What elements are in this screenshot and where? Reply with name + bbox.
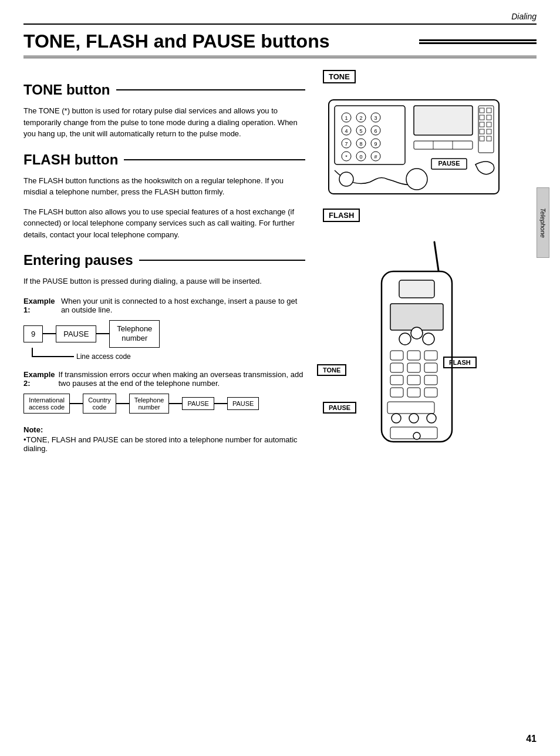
svg-text:9: 9 [374, 141, 377, 147]
example1-text: When your unit is connected to a host ex… [61, 297, 305, 314]
page-container: Dialing TONE, FLASH and PAUSE buttons TO… [0, 0, 560, 756]
pause-handset-box: PAUSE [323, 402, 356, 414]
ex1-bracket-horiz [33, 356, 74, 357]
svg-text:*: * [345, 154, 348, 160]
svg-rect-30 [480, 115, 484, 120]
example2-section: Example 2: If transmission errors occur … [23, 370, 305, 414]
svg-rect-32 [480, 122, 484, 127]
svg-rect-60 [424, 375, 437, 385]
svg-text:3: 3 [374, 115, 377, 121]
svg-rect-53 [407, 351, 420, 360]
svg-rect-35 [487, 129, 491, 134]
svg-rect-28 [480, 108, 484, 113]
side-tab-text: Telephone [539, 208, 546, 238]
entering-heading-text: Entering pauses [23, 252, 133, 268]
svg-rect-62 [407, 388, 420, 397]
entering-body: If the PAUSE button is pressed during di… [23, 275, 305, 287]
svg-rect-56 [407, 363, 420, 372]
ex1-bracket-area: Line access code [23, 348, 305, 361]
svg-rect-61 [390, 388, 403, 397]
note-bullet-text: •TONE, FLASH and PAUSE can be stored int… [23, 435, 305, 453]
ex1-pause-box: PAUSE [56, 325, 96, 342]
note-title: Note: [23, 425, 305, 434]
page-number: 41 [526, 734, 537, 744]
left-column: TONE button The TONE (*) button is used … [23, 70, 305, 461]
svg-rect-29 [487, 108, 491, 113]
svg-point-69 [413, 432, 420, 439]
main-title: TONE, FLASH and PAUSE buttons [23, 31, 537, 58]
flash-handset-label: FLASH [443, 357, 477, 371]
ex1-arrow1 [43, 333, 56, 334]
svg-rect-64 [387, 402, 434, 414]
svg-text:6: 6 [374, 128, 377, 134]
flash-handset-box: FLASH [443, 357, 477, 368]
ex1-telephone-box: Telephonenumber [109, 320, 160, 348]
tone-body: The TONE (*) button is used for rotary p… [23, 105, 305, 140]
svg-rect-48 [390, 304, 443, 330]
svg-rect-52 [390, 351, 403, 360]
ex2-country-box: Countrycode [83, 394, 116, 414]
tone-heading-text: TONE button [23, 82, 110, 98]
svg-point-49 [399, 333, 411, 345]
tone-heading-line [116, 89, 305, 90]
svg-rect-38 [414, 141, 473, 149]
svg-text:4: 4 [345, 128, 348, 134]
note-bullet: •TONE, FLASH and PAUSE can be stored int… [23, 435, 305, 453]
example1-label: Example 1: When your unit is connected t… [23, 297, 305, 314]
side-tab: Telephone [537, 187, 549, 258]
tone-handset-box: TONE [317, 364, 346, 376]
svg-point-51 [423, 333, 434, 345]
svg-rect-59 [407, 375, 420, 385]
svg-rect-37 [487, 136, 491, 141]
example1-row: 9 PAUSE Telephonenumber [23, 320, 305, 348]
example1-diagram: 9 PAUSE Telephonenumber Line access code [23, 320, 305, 361]
svg-point-67 [427, 414, 436, 423]
svg-text:2: 2 [359, 115, 362, 121]
svg-text:0: 0 [359, 154, 362, 160]
handset-area: TONE FLASH PAUSE [335, 230, 537, 461]
ex2-pause1-box: PAUSE [182, 397, 214, 410]
flash-body2: The FLASH button also allows you to use … [23, 206, 305, 241]
entering-heading-line [139, 260, 305, 261]
ex2-arrow4 [214, 403, 227, 404]
flash-heading: FLASH button [23, 152, 305, 168]
svg-text:#: # [374, 154, 377, 160]
svg-point-66 [409, 414, 419, 423]
svg-text:5: 5 [359, 128, 362, 134]
example2-text: If transmission errors occur when making… [58, 370, 305, 388]
example1-section: Example 1: When your unit is connected t… [23, 297, 305, 361]
flash-label-box: FLASH [323, 209, 360, 222]
svg-text:1: 1 [345, 115, 348, 121]
ex1-nine-box: 9 [23, 325, 43, 342]
svg-point-41 [339, 172, 353, 186]
svg-text:7: 7 [345, 141, 348, 147]
content-layout: TONE button The TONE (*) button is used … [23, 70, 537, 461]
ex2-arrow3 [169, 403, 182, 404]
ex1-line-access-label: Line access code [76, 352, 131, 361]
main-title-text: TONE, FLASH and PAUSE buttons [23, 31, 413, 52]
flash-heading-line [124, 159, 305, 160]
svg-rect-47 [399, 280, 434, 298]
svg-point-65 [392, 414, 401, 423]
ex2-arrow1 [70, 403, 83, 404]
title-decoration [419, 39, 537, 44]
phone-base-svg: 1 2 3 4 5 6 7 8 9 * [323, 88, 511, 206]
pause-handset-label: PAUSE [323, 402, 356, 416]
tone-label-area: TONE [323, 70, 537, 86]
right-column: TONE 1 2 3 4 5 6 [323, 70, 537, 461]
svg-rect-31 [487, 115, 491, 120]
svg-rect-36 [480, 136, 484, 141]
svg-rect-57 [424, 363, 437, 372]
svg-text:8: 8 [359, 141, 362, 147]
example2-diagram: Internationalaccess code Countrycode Tel… [23, 394, 305, 414]
note-section: Note: •TONE, FLASH and PAUSE can be stor… [23, 425, 305, 453]
flash-heading-text: FLASH button [23, 152, 118, 168]
handset-svg [346, 236, 493, 459]
svg-point-42 [406, 169, 427, 190]
svg-rect-33 [487, 122, 491, 127]
ex2-intl-box: Internationalaccess code [23, 394, 70, 414]
example2-title: Example 2: [23, 370, 55, 388]
svg-text:PAUSE: PAUSE [438, 160, 460, 167]
svg-rect-58 [390, 375, 403, 385]
ex2-telephone-box: Telephonenumber [129, 394, 170, 414]
